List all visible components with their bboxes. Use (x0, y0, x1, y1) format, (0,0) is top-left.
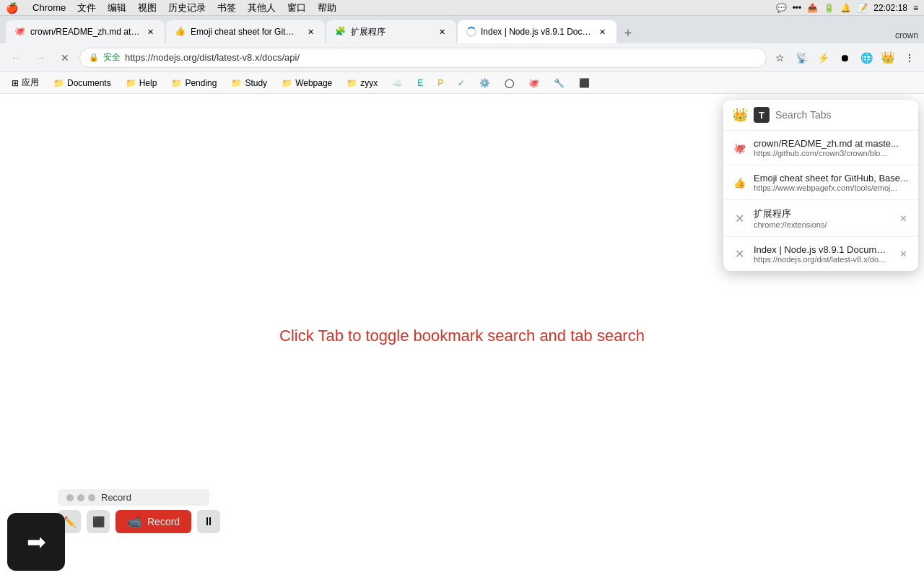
bookmark-ext2[interactable]: P (432, 77, 449, 90)
forward-button[interactable]: → (30, 48, 51, 68)
battery-icon: 🔋 (824, 3, 834, 13)
tab-4[interactable]: Index | Node.js v8.9.1 Docume... ✕ (458, 20, 616, 43)
tab-bar: 🐙 crown/README_zh.md at mas: ✕ 👍 Emoji c… (0, 16, 924, 43)
bookmark-ext7[interactable]: ⬛ (573, 77, 596, 90)
tab-3-close[interactable]: ✕ (436, 26, 448, 38)
documents-icon: 📁 (53, 78, 64, 88)
tab-search-item-3-close[interactable]: ✕ (897, 212, 910, 225)
bookmark-documents[interactable]: 📁 Documents (48, 77, 117, 90)
bookmark-webpage[interactable]: 📁 Webpage (276, 77, 338, 90)
crown-ext-icon[interactable]: 👑 (879, 49, 897, 66)
tab-search-item-3[interactable]: ✕ 扩展程序 chrome://extensions/ ✕ (723, 200, 918, 237)
tab-search-input[interactable] (775, 109, 910, 121)
pending-label: Pending (185, 78, 217, 88)
tab-4-close[interactable]: ✕ (596, 26, 608, 38)
tab-1-close[interactable]: ✕ (144, 26, 156, 38)
notes-icon: 📝 (857, 3, 868, 13)
main-content: Click Tab to toggle bookmark search and … (0, 94, 924, 578)
tab-search-item-4-close[interactable]: ✕ (897, 248, 910, 261)
study-label: Study (245, 78, 267, 88)
ext6-icon: 🔧 (554, 78, 565, 88)
tab-3[interactable]: 🧩 扩展程序 ✕ (326, 20, 456, 43)
menu-history[interactable]: 历史记录 (168, 1, 206, 14)
bookmark-ext1[interactable]: E (411, 77, 429, 90)
bookmark-ext6[interactable]: 🔧 (548, 77, 570, 90)
new-tab-button[interactable]: + (618, 23, 638, 43)
menu-view[interactable]: 视图 (138, 1, 157, 14)
apps-label: 应用 (22, 77, 39, 89)
record-pause-button[interactable]: ⏸ (197, 510, 220, 533)
record-circle-icon[interactable]: ⏺ (836, 49, 853, 66)
tab-search-item-title-3: 扩展程序 (754, 207, 889, 220)
tab-search-favicon-2: 👍 (732, 176, 746, 190)
tab-search-item-2[interactable]: 👍 Emoji cheat sheet for GitHub, Base... … (723, 165, 918, 200)
apps-icon: ⊞ (12, 78, 19, 88)
power-icon[interactable]: ⚡ (814, 49, 832, 66)
menu-help[interactable]: 帮助 (318, 1, 336, 14)
bookmark-ext3[interactable]: ✓ (452, 77, 471, 90)
menu-chrome[interactable]: Chrome (32, 2, 66, 13)
menu-bar-right: 💬 ••• 📤 🔋 🔔 📝 22:02:18 ≡ (776, 3, 918, 13)
record-start-button[interactable]: 📹 Record (116, 510, 191, 533)
record-bar-label: Record (101, 492, 131, 503)
menu-window[interactable]: 窗口 (287, 1, 306, 14)
back-button[interactable]: ← (6, 48, 26, 68)
ext2-icon: P (437, 78, 443, 88)
bookmark-github[interactable]: 🐙 (523, 77, 545, 90)
tab-search-item-content-4: Index | Node.js v8.9.1 Documentat... htt… (754, 244, 889, 264)
tab-2-close[interactable]: ✕ (305, 26, 316, 38)
cloud-icon: ☁️ (392, 78, 403, 88)
secure-icon: 🔒 (89, 53, 99, 62)
cast-icon[interactable]: 📡 (793, 49, 810, 66)
pause-icon: ⏸ (203, 515, 214, 528)
address-input[interactable]: 🔒 安全 https://nodejs.org/dist/latest-v8.x… (79, 48, 767, 68)
record-bar: Record (58, 489, 209, 506)
tab-search-header: 👑 T (723, 100, 918, 131)
bookmark-pending[interactable]: 📁 Pending (165, 77, 222, 90)
webpage-icon: 📁 (282, 78, 292, 88)
tab-search-dropdown: 👑 T 🐙 crown/README_zh.md at maste... htt… (723, 100, 918, 271)
tab-search-item-content-2: Emoji cheat sheet for GitHub, Base... ht… (754, 173, 910, 192)
menu-lines-icon: ≡ (913, 3, 918, 13)
menu-bookmarks[interactable]: 书签 (217, 1, 236, 14)
tab-1[interactable]: 🐙 crown/README_zh.md at mas: ✕ (6, 20, 165, 43)
more-icon[interactable]: ⋮ (901, 49, 918, 66)
arrow-box[interactable]: ➡ (7, 513, 65, 571)
ext7-icon: ⬛ (579, 78, 590, 88)
bookmark-ext4[interactable]: ⚙️ (474, 77, 496, 90)
apple-icon[interactable]: 🍎 (6, 2, 18, 14)
tab-search-item-title-4: Index | Node.js v8.9.1 Documentat... (754, 244, 889, 255)
menu-file[interactable]: 文件 (77, 1, 96, 14)
tab-2[interactable]: 👍 Emoji cheat sheet for GitHub, ✕ (166, 20, 325, 43)
square-icon: ⬛ (92, 516, 105, 527)
tab-search-item-4[interactable]: ✕ Index | Node.js v8.9.1 Documentat... h… (723, 237, 918, 271)
clock: 22:02:18 (873, 3, 907, 13)
bookmarks-bar: ⊞ 应用 📁 Documents 📁 Help 📁 Pending 📁 Stud… (0, 72, 924, 94)
menu-edit[interactable]: 编辑 (108, 1, 126, 14)
main-message: Click Tab to toggle bookmark search and … (279, 327, 645, 345)
tab-1-favicon: 🐙 (14, 26, 26, 38)
bookmark-help[interactable]: 📁 Help (120, 77, 163, 90)
tab-search-item-1[interactable]: 🐙 crown/README_zh.md at maste... https:/… (723, 131, 918, 165)
help-label: Help (139, 78, 157, 88)
bookmark-ext5[interactable]: ◯ (499, 77, 520, 90)
bookmark-zyyx[interactable]: 📁 zyyx (341, 77, 383, 90)
ext3-icon: ✓ (458, 78, 465, 88)
menu-people[interactable]: 其他人 (248, 1, 276, 14)
tab-1-title: crown/README_zh.md at mas: (30, 27, 140, 37)
ext1-icon: E (417, 78, 423, 88)
bookmark-cloud[interactable]: ☁️ (386, 77, 409, 90)
reload-button[interactable]: ✕ (55, 48, 75, 68)
bookmark-apps[interactable]: ⊞ 应用 (6, 75, 45, 90)
menu-bar: 🍎 Chrome 文件 编辑 视图 历史记录 书签 其他人 窗口 帮助 💬 ••… (0, 0, 924, 16)
record-square-button[interactable]: ⬛ (87, 510, 110, 533)
bookmark-study[interactable]: 📁 Study (225, 77, 273, 90)
translate-icon[interactable]: 🌐 (858, 49, 875, 66)
tab-search-favicon-1: 🐙 (732, 141, 746, 155)
record-btn-label: Record (147, 516, 180, 527)
user-badge: crown (895, 30, 918, 40)
tab-search-item-url-4: https://nodejs.org/dist/latest-v8.x/docs… (754, 255, 889, 264)
tab-type-badge: T (754, 107, 770, 123)
zyyx-label: zyyx (360, 78, 378, 88)
bookmark-star-icon[interactable]: ☆ (771, 49, 788, 66)
